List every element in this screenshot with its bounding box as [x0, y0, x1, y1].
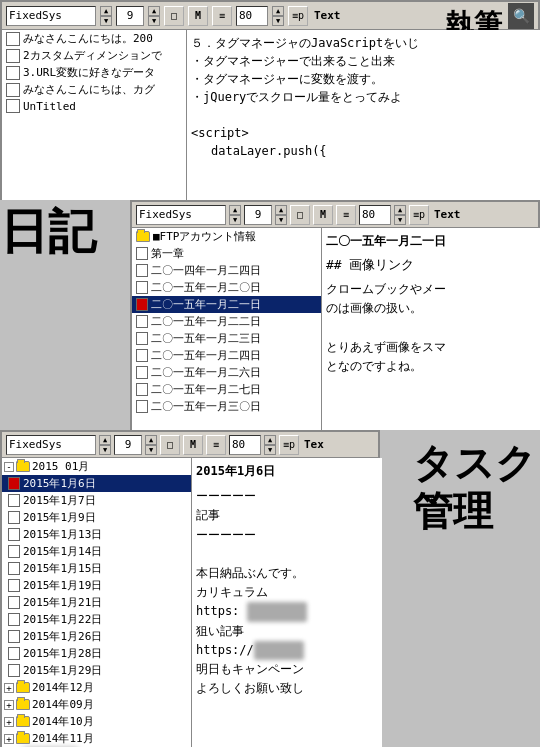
mid-tree-item-1[interactable]: 第一章 [132, 245, 321, 262]
mid-tree-item-8[interactable]: 二〇一五年一月二六日 [132, 364, 321, 381]
bot-tree-item-7[interactable]: 2015年1月21日 [2, 594, 191, 611]
bot-tree-item-5[interactable]: 2015年1月15日 [2, 560, 191, 577]
bot-list-btn[interactable]: ≡ [206, 435, 226, 455]
year-folder-2014-09[interactable]: + 2014年09月 [2, 696, 191, 713]
mid-num-spin[interactable]: ▲▼ [394, 205, 406, 225]
bot-tree-item-1[interactable]: 2015年1月7日 [2, 492, 191, 509]
mid-tree: ■FTPアカウント情報 第一章 二〇一四年一月二四日 二〇一五年一月二〇日 二〇… [132, 228, 322, 432]
bot-tree-item-11[interactable]: 2015年1月29日 [2, 662, 191, 679]
bot-text-label: Tex [304, 438, 324, 451]
top-tree: みなさんこんにちは。200 2カスタムディメンションで 3.URL変数に好きなデ… [2, 30, 187, 202]
mid-tree-item-0[interactable]: ■FTPアカウント情報 [132, 228, 321, 245]
mid-window-btn[interactable]: □ [290, 205, 310, 225]
year-folder-2014-11[interactable]: + 2014年11月 [2, 730, 191, 747]
mid-m-btn[interactable]: M [313, 205, 333, 225]
mid-tree-item-5[interactable]: 二〇一五年一月二二日 [132, 313, 321, 330]
bot-font-selector[interactable]: FixedSys [6, 435, 96, 455]
eq-btn[interactable]: ≡p [288, 6, 308, 26]
bot-tree-label-3: 2015年1月13日 [23, 527, 102, 542]
tree-item-4[interactable]: みなさんこんにちは、カグ [2, 81, 186, 98]
tree-item-1[interactable]: みなさんこんにちは。200 [2, 30, 186, 47]
bot-content-title: 2015年1月6日 [196, 462, 378, 481]
font-size[interactable]: 9 [116, 6, 144, 26]
tree-item-5[interactable]: UnTitled [2, 98, 186, 114]
bot-tree-label-1: 2015年1月7日 [23, 493, 96, 508]
font-selector[interactable]: FixedSys [6, 6, 96, 26]
tree-item-2[interactable]: 2カスタムディメンションで [2, 47, 186, 64]
blurred-url-1: xxxxxxxx [247, 602, 307, 621]
expand-icon-0[interactable]: + [4, 683, 14, 693]
mid-tree-item-4[interactable]: 二〇一五年一月二一日 [132, 296, 321, 313]
mid-tree-item-2[interactable]: 二〇一四年一月二四日 [132, 262, 321, 279]
bot-tree-item-0[interactable]: 2015年1月6日 [2, 475, 191, 492]
mid-tree-item-3[interactable]: 二〇一五年一月二〇日 [132, 279, 321, 296]
year-label-2014-12: 2014年12月 [32, 680, 94, 695]
mid-eq-btn[interactable]: ≡p [409, 205, 429, 225]
doc-icon-5 [6, 99, 20, 113]
bot-tree-item-6[interactable]: 2015年1月19日 [2, 577, 191, 594]
mid-tree-item-7[interactable]: 二〇一五年一月二四日 [132, 347, 321, 364]
mid-font-spin[interactable]: ▲▼ [229, 205, 241, 225]
mid-content: 二〇一五年一月二一日 ## 画像リンク クロームブックやメー のは画像の扱い。 … [322, 228, 540, 432]
num-field[interactable]: 80 [236, 6, 268, 26]
bot-window-btn[interactable]: □ [160, 435, 180, 455]
m-btn[interactable]: M [188, 6, 208, 26]
mid-tree-item-10[interactable]: 二〇一五年一月三〇日 [132, 398, 321, 415]
mid-tree-label-1: 第一章 [151, 246, 184, 261]
search-icon[interactable]: 🔍 [508, 3, 534, 29]
collapse-icon[interactable]: - [4, 462, 14, 472]
mid-tree-label-5: 二〇一五年一月二二日 [151, 314, 261, 329]
bot-content-body6: 明日もキャンペーン [196, 660, 378, 679]
bot-font-size[interactable]: 9 [114, 435, 142, 455]
bot-tree-item-10[interactable]: 2015年1月28日 [2, 645, 191, 662]
year-folder-2015[interactable]: - 2015 01月 [2, 458, 191, 475]
content-line-4: ・jQueryでスクロール量をとってみよ [191, 88, 538, 106]
content-line-1: ５．タグマネージャのJavaScriptをいじ [191, 34, 538, 52]
mid-font-selector[interactable]: FixedSys [136, 205, 226, 225]
mid-content-body5: となのですよね。 [326, 357, 538, 376]
expand-icon-2[interactable]: + [4, 717, 14, 727]
year-label-2014-10: 2014年10月 [32, 714, 94, 729]
year-folder-2014-12[interactable]: + 2014年12月 [2, 679, 191, 696]
mid-font-size[interactable]: 9 [244, 205, 272, 225]
mid-list-btn[interactable]: ≡ [336, 205, 356, 225]
small-doc-2 [136, 264, 148, 277]
mid-tree-item-6[interactable]: 二〇一五年一月二三日 [132, 330, 321, 347]
bot-tree-item-8[interactable]: 2015年1月22日 [2, 611, 191, 628]
mid-tree-label-9: 二〇一五年一月二七日 [151, 382, 261, 397]
tree-label-1: みなさんこんにちは。200 [23, 31, 153, 46]
content-line-3: ・タグマネージャーに変数を渡す。 [191, 70, 538, 88]
mid-num-field[interactable]: 80 [359, 205, 391, 225]
blurred-url-2: xxxxxx [254, 641, 304, 660]
bot-eq-btn[interactable]: ≡p [279, 435, 299, 455]
bot-m-btn[interactable]: M [183, 435, 203, 455]
bot-tree-item-3[interactable]: 2015年1月13日 [2, 526, 191, 543]
list-btn[interactable]: ≡ [212, 6, 232, 26]
bot-doc-7 [8, 596, 20, 609]
bot-tree-label-7: 2015年1月21日 [23, 595, 102, 610]
tree-item-3[interactable]: 3.URL変数に好きなデータ [2, 64, 186, 81]
mid-size-spin[interactable]: ▲▼ [275, 205, 287, 225]
doc-icon-3 [6, 66, 20, 80]
bot-font-spin[interactable]: ▲▼ [99, 435, 111, 455]
bot-num-spin[interactable]: ▲▼ [264, 435, 276, 455]
doc-icon-2 [6, 49, 20, 63]
year-folder-2014-10[interactable]: + 2014年10月 [2, 713, 191, 730]
bot-tree-item-9[interactable]: 2015年1月26日 [2, 628, 191, 645]
mid-content-body3 [326, 318, 538, 337]
folder-icon-0 [136, 231, 150, 242]
window-btn[interactable]: □ [164, 6, 184, 26]
mid-content-title: 二〇一五年一月二一日 [326, 232, 538, 251]
bot-tree-item-4[interactable]: 2015年1月14日 [2, 543, 191, 560]
tree-label-5: UnTitled [23, 100, 76, 113]
num-spin[interactable]: ▲▼ [272, 6, 284, 26]
font-spin[interactable]: ▲▼ [100, 6, 112, 26]
expand-icon-3[interactable]: + [4, 734, 14, 744]
size-spin[interactable]: ▲▼ [148, 6, 160, 26]
bot-num-field[interactable]: 80 [229, 435, 261, 455]
bot-tree-item-2[interactable]: 2015年1月9日 [2, 509, 191, 526]
mid-window: FixedSys ▲▼ 9 ▲▼ □ M ≡ 80 ▲▼ ≡p Text ■FT… [130, 200, 540, 430]
mid-tree-item-9[interactable]: 二〇一五年一月二七日 [132, 381, 321, 398]
bot-size-spin[interactable]: ▲▼ [145, 435, 157, 455]
expand-icon-1[interactable]: + [4, 700, 14, 710]
